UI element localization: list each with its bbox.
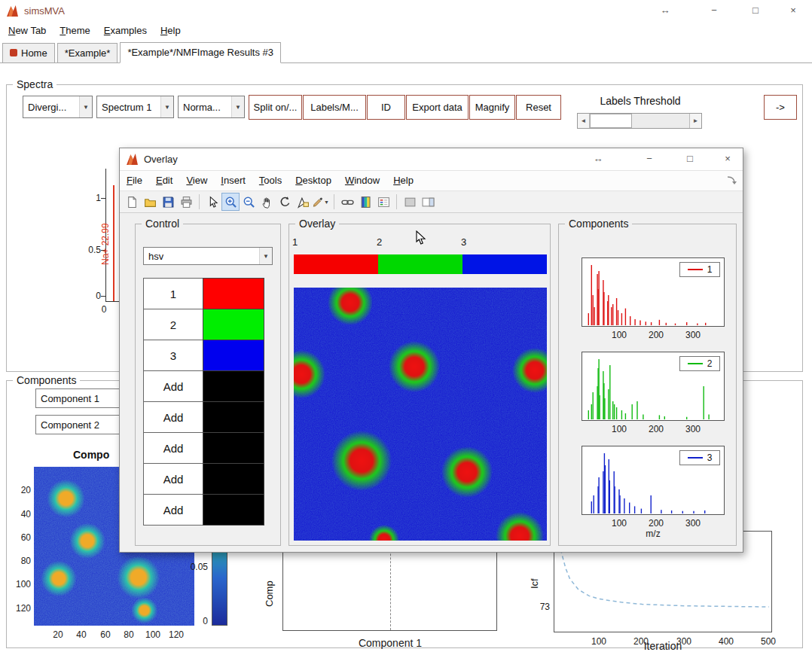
- spectrum-x-tick: 300: [681, 424, 705, 434]
- spectra-dropdown[interactable]: Divergi...▼: [23, 96, 93, 118]
- legend[interactable]: 2: [679, 356, 720, 371]
- edit-plot-icon[interactable]: [203, 193, 221, 211]
- tab[interactable]: Home: [2, 43, 55, 63]
- close-button[interactable]: ×: [782, 2, 804, 20]
- y-tick: 0.5: [72, 245, 101, 255]
- menu-item[interactable]: Examples: [97, 21, 154, 41]
- menu-item[interactable]: Tools: [252, 171, 288, 190]
- color-swatch[interactable]: [203, 278, 264, 309]
- component-spectrum-plot[interactable]: 1: [582, 257, 725, 327]
- chevron-down-icon: ▼: [231, 96, 244, 117]
- segment-color: [378, 254, 462, 274]
- insert-colorbar-icon[interactable]: [356, 193, 374, 211]
- print-figure-icon[interactable]: [177, 193, 195, 211]
- menu-item[interactable]: Window: [338, 171, 386, 190]
- zoom-in-icon[interactable]: [221, 193, 240, 211]
- color-swatch[interactable]: [203, 370, 264, 402]
- color-swatch[interactable]: [203, 432, 264, 464]
- y-tick: 0: [72, 291, 101, 301]
- spectra-button[interactable]: Export data: [406, 95, 469, 120]
- component-select-button[interactable]: Add: [143, 370, 203, 402]
- color-rows: 123AddAddAddAddAdd: [143, 279, 265, 526]
- spectra-button[interactable]: ID: [367, 95, 405, 120]
- menu-item[interactable]: New Tab: [2, 21, 53, 41]
- menu-item[interactable]: Theme: [53, 21, 96, 41]
- component-spectrum-plot[interactable]: 2: [582, 352, 725, 421]
- resize-icon[interactable]: ↔: [587, 150, 609, 168]
- labels-threshold-slider[interactable]: ◄ ►: [577, 113, 702, 129]
- component-select-button[interactable]: Add: [143, 401, 203, 433]
- link-plot-icon[interactable]: [338, 193, 356, 211]
- color-swatch[interactable]: [203, 309, 264, 340]
- heatmap-x-tick: 60: [95, 629, 116, 640]
- component-select-button[interactable]: Add: [143, 463, 203, 495]
- component-select-button[interactable]: 1: [143, 278, 203, 309]
- new-figure-icon[interactable]: [123, 193, 141, 211]
- resize-icon[interactable]: ↔: [654, 2, 676, 20]
- slider-thumb[interactable]: [590, 114, 632, 128]
- menu-item[interactable]: View: [179, 171, 214, 190]
- legend[interactable]: 3: [679, 450, 720, 465]
- spectrum-x-tick: 300: [681, 330, 705, 340]
- menu-item[interactable]: File: [120, 171, 149, 190]
- close-button[interactable]: ×: [716, 150, 739, 168]
- color-swatch[interactable]: [203, 340, 264, 371]
- component-select-button[interactable]: 3: [143, 340, 203, 371]
- chevron-down-icon: ▼: [160, 96, 173, 117]
- component-color-row: Add: [143, 401, 265, 433]
- menu-item[interactable]: Help: [154, 21, 188, 41]
- component-select-button[interactable]: Add: [143, 494, 203, 526]
- color-swatch[interactable]: [203, 401, 264, 433]
- color-swatch[interactable]: [203, 463, 264, 495]
- brush-icon[interactable]: ▼: [312, 193, 330, 211]
- overlay-image[interactable]: [294, 288, 547, 541]
- zoom-out-icon[interactable]: [240, 193, 258, 211]
- show-plot-tools-icon[interactable]: [419, 193, 437, 211]
- menu-item[interactable]: Insert: [214, 171, 252, 190]
- send-to-button[interactable]: ->: [764, 95, 797, 120]
- legend[interactable]: 1: [679, 262, 720, 277]
- spectra-button[interactable]: Labels/M...: [303, 95, 366, 120]
- toolbar-separator: [396, 194, 397, 209]
- colormap-dropdown[interactable]: hsv ▼: [143, 247, 273, 265]
- chevron-down-icon: ▼: [259, 248, 272, 264]
- minimize-button[interactable]: −: [638, 150, 661, 168]
- minimize-button[interactable]: −: [703, 2, 725, 20]
- component-select-button[interactable]: Add: [143, 432, 203, 464]
- tab[interactable]: *Example*/NMFImage Results #3: [120, 42, 281, 63]
- insert-legend-icon[interactable]: [374, 193, 392, 211]
- hide-plot-tools-icon[interactable]: [401, 193, 419, 211]
- menu-item[interactable]: Help: [386, 171, 420, 190]
- component-color-row: Add: [143, 463, 265, 495]
- spectra-dropdown[interactable]: Norma...▼: [178, 96, 245, 118]
- spectrum-x-tick: 300: [681, 518, 705, 529]
- open-file-icon[interactable]: [141, 193, 159, 211]
- tab[interactable]: *Example*: [57, 43, 118, 63]
- menubar-pin-icon[interactable]: [726, 175, 738, 187]
- home-tab-icon: [10, 49, 17, 56]
- spectra-button[interactable]: Magnify: [469, 95, 515, 120]
- menu-item[interactable]: Edit: [149, 171, 179, 190]
- spectra-button[interactable]: Reset: [516, 95, 561, 120]
- slider-left-arrow-icon[interactable]: ◄: [578, 114, 590, 128]
- slider-right-arrow-icon[interactable]: ►: [689, 114, 701, 128]
- pan-icon[interactable]: [258, 193, 276, 211]
- slider-track[interactable]: [632, 114, 689, 128]
- overlay-panel-title: Overlay: [295, 218, 339, 230]
- spectra-dropdown[interactable]: Spectrum 1▼: [96, 96, 174, 118]
- data-cursor-icon[interactable]: [294, 193, 312, 211]
- save-figure-icon[interactable]: [159, 193, 177, 211]
- spectra-button[interactable]: Split on/...: [249, 95, 302, 120]
- maximize-button[interactable]: □: [744, 2, 767, 20]
- rotate-3d-icon[interactable]: [276, 193, 294, 211]
- maximize-button[interactable]: □: [679, 150, 701, 168]
- spectrum-x-tick: 200: [644, 330, 668, 340]
- main-menubar: New TabThemeExamplesHelp: [2, 21, 812, 41]
- heatmap-x-tick: 120: [166, 629, 187, 640]
- menu-item[interactable]: Desktop: [288, 171, 338, 190]
- overlay-titlebar: Overlay ↔ − □ ×: [120, 148, 743, 171]
- spectrum-x-tick: 100: [607, 330, 631, 340]
- component-select-button[interactable]: 2: [143, 309, 203, 340]
- component-spectrum-plot[interactable]: 3: [582, 446, 725, 515]
- color-swatch[interactable]: [203, 494, 264, 526]
